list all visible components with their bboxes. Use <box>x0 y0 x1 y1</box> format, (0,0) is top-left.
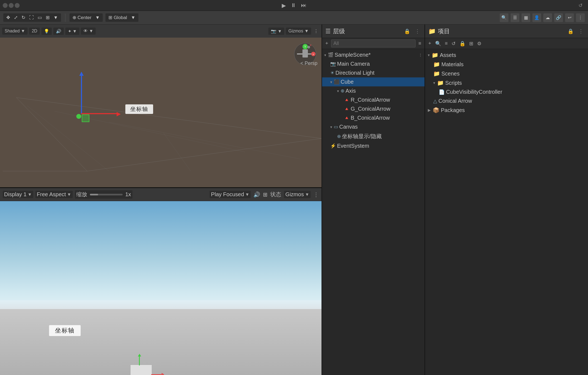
hierarchy-add-btn[interactable]: + <box>324 40 329 47</box>
hierarchy-item-samplescene[interactable]: ▾ 🎬 SampleScene* ⋮ <box>322 50 425 59</box>
maximize-btn[interactable] <box>15 3 20 8</box>
project-more-btn[interactable]: ⋮ <box>577 28 585 35</box>
step-button[interactable]: ⏭ <box>301 2 307 8</box>
cube-vis-label: CubeVisibilityController <box>446 89 502 95</box>
custom-tool[interactable]: ▼ <box>52 14 59 21</box>
hierarchy-filter-btn[interactable]: ≡ <box>417 40 422 47</box>
audio-btn[interactable]: 🔊 <box>55 28 62 34</box>
samplescene-more[interactable]: ⋮ <box>419 53 422 57</box>
dropdown-center[interactable]: ▼ <box>94 14 101 21</box>
hand-tool[interactable]: ✥ <box>5 14 11 21</box>
project-lock-btn[interactable]: 🔒 <box>566 28 575 35</box>
persp-gizmo[interactable]: Y X × < Persp <box>293 42 317 66</box>
pause-button[interactable]: ⏸ <box>291 2 296 8</box>
hierarchy-item-zuobiaozhou[interactable]: ⊕ 坐标轴显示/隐藏 <box>322 131 425 141</box>
hidden-btn[interactable]: 👁 ▼ <box>82 28 94 34</box>
project-item-scripts[interactable]: ▾ 📁 Scripts <box>425 78 588 87</box>
hierarchy-item-directional-light[interactable]: ☀ Directional Light <box>322 68 425 77</box>
hierarchy-item-b-conical[interactable]: 🔺 B_ConicalArrow <box>322 113 425 122</box>
hierarchy-item-cube[interactable]: ▾ ⬛ Cube <box>322 77 425 86</box>
scale-tool[interactable]: ⛶ <box>28 14 35 21</box>
layers-btn[interactable]: ☰ <box>511 13 519 22</box>
game-more-icon[interactable]: ⋮ <box>313 191 319 198</box>
camera-icon: 📷 <box>330 61 336 67</box>
hidden-group[interactable]: 👁 ▼ <box>81 28 96 35</box>
display-selector[interactable]: Display 1 ▼ <box>3 191 33 198</box>
coords-label-scene: 坐标轴 <box>125 104 153 114</box>
audio-group[interactable]: 🔊 <box>53 28 64 35</box>
lights-btn[interactable]: 💡 <box>43 28 50 34</box>
rect-tool[interactable]: ▭ <box>36 14 43 21</box>
persp-label[interactable]: < Persp <box>300 61 317 66</box>
project-view-btn[interactable]: ⊞ <box>468 40 474 47</box>
scenes-label: Scenes <box>441 71 460 77</box>
camera-group[interactable]: 📷 ▼ <box>268 28 284 35</box>
close-btn[interactable] <box>3 3 8 8</box>
hierarchy-item-canvas[interactable]: ▾ ▭ Canvas <box>322 122 425 131</box>
scene-more-btn[interactable]: ⋮ <box>313 28 319 34</box>
2d-toggle-group[interactable]: 2D <box>29 28 40 35</box>
lights-group[interactable]: 💡 <box>41 28 52 35</box>
cloud-btn[interactable]: ☁ <box>543 13 552 22</box>
pivot-handle[interactable] <box>76 114 81 119</box>
pivot-tools: ⊕ Center ▼ <box>69 13 103 22</box>
combo-tool[interactable]: ⊞ <box>44 14 51 21</box>
project-settings-btn[interactable]: ⚙ <box>476 40 483 47</box>
hierarchy-more-btn[interactable]: ⋮ <box>414 28 421 35</box>
camera-btn[interactable]: 📷 ▼ <box>270 28 283 34</box>
hierarchy-item-eventsystem[interactable]: ⚡ EventSystem <box>322 141 425 150</box>
aspect-selector[interactable]: Free Aspect ▼ <box>35 191 73 198</box>
search-tb-btn[interactable]: 🔍 <box>500 13 508 22</box>
dropdown-global[interactable]: ▼ <box>129 14 137 21</box>
more-tb-btn[interactable]: ⋮ <box>576 13 585 22</box>
shading-group[interactable]: Shaded ▼ <box>2 28 28 35</box>
effects-btn[interactable]: ✦ ▼ <box>67 28 78 34</box>
undo-redo-btn[interactable]: ↩ <box>565 13 574 22</box>
rotate-tool[interactable]: ↻ <box>20 14 27 21</box>
hierarchy-item-g-conical[interactable]: 🔺 G_ConicalArrow <box>322 104 425 113</box>
project-item-packages[interactable]: ▶ 📦 Packages <box>425 105 588 115</box>
project-item-scenes[interactable]: 📁 Scenes <box>425 69 588 78</box>
axis-label: Axis <box>345 88 356 94</box>
hierarchy-item-axis[interactable]: ▾ ⊕ Axis <box>322 86 425 95</box>
gizmos-btn[interactable]: Gizmos ▼ <box>287 28 310 34</box>
2d-toggle[interactable]: 2D <box>31 28 38 34</box>
assets-folder-icon: 📁 <box>432 52 438 58</box>
collab-btn[interactable]: 🔗 <box>554 13 563 22</box>
minimize-btn[interactable] <box>9 3 14 8</box>
global-toggle[interactable]: ⊞ Global <box>107 14 128 21</box>
project-filter-btn[interactable]: ≡ <box>444 40 449 47</box>
game-ground <box>0 309 322 375</box>
hierarchy-search[interactable] <box>331 40 416 47</box>
hierarchy-item-main-camera[interactable]: 📷 Main Camera <box>322 59 425 68</box>
project-item-assets[interactable]: ▾ 📁 Assets <box>425 50 588 60</box>
project-item-cube-vis[interactable]: 📄 CubeVisibilityController <box>425 87 588 96</box>
scale-control[interactable]: 缩放 1x <box>75 190 132 199</box>
undo-icon[interactable]: ↺ <box>578 2 583 8</box>
shading-mode[interactable]: Shaded ▼ <box>4 28 26 34</box>
center-toggle[interactable]: ⊕ Center <box>71 14 93 21</box>
layout-btn[interactable]: ▦ <box>522 13 530 22</box>
hierarchy-lock-btn[interactable]: 🔒 <box>403 28 411 35</box>
project-item-materials[interactable]: 📁 Materials <box>425 60 588 69</box>
expand-cube: ▾ <box>330 80 332 84</box>
project-lock-btn2[interactable]: 🔒 <box>458 40 466 47</box>
project-panel: 📁 项目 🔒 ⋮ + 🔍 ≡ ↺ 🔒 ⊞ ⚙ ▾ 📁 Assets 📁 Mat <box>425 25 588 375</box>
project-search-btn[interactable]: 🔍 <box>434 40 442 47</box>
effects-group[interactable]: ✦ ▼ <box>65 28 79 35</box>
stats-icon[interactable]: ⊞ <box>263 191 268 198</box>
materials-label: Materials <box>441 61 463 68</box>
play-focused-selector[interactable]: Play Focused ▼ <box>210 191 251 198</box>
play-button[interactable]: ▶ <box>282 2 286 9</box>
account-btn[interactable]: 👤 <box>532 13 541 22</box>
move-tool[interactable]: ⤢ <box>13 14 19 21</box>
project-refresh-btn[interactable]: ↺ <box>450 40 457 47</box>
gizmos-group[interactable]: Gizmos ▼ <box>286 28 311 35</box>
xz-plane-handle[interactable] <box>82 114 89 122</box>
hierarchy-item-r-conical[interactable]: 🔺 R_ConicalArrow <box>322 95 425 104</box>
audio-game-icon[interactable]: 🔊 <box>253 191 260 198</box>
samplescene-label: SampleScene* <box>335 52 371 58</box>
project-add-btn[interactable]: + <box>427 40 432 47</box>
gizmos-selector[interactable]: Gizmos ▼ <box>284 191 311 198</box>
project-item-conical-arrow[interactable]: △ Conical Arrow <box>425 96 588 105</box>
